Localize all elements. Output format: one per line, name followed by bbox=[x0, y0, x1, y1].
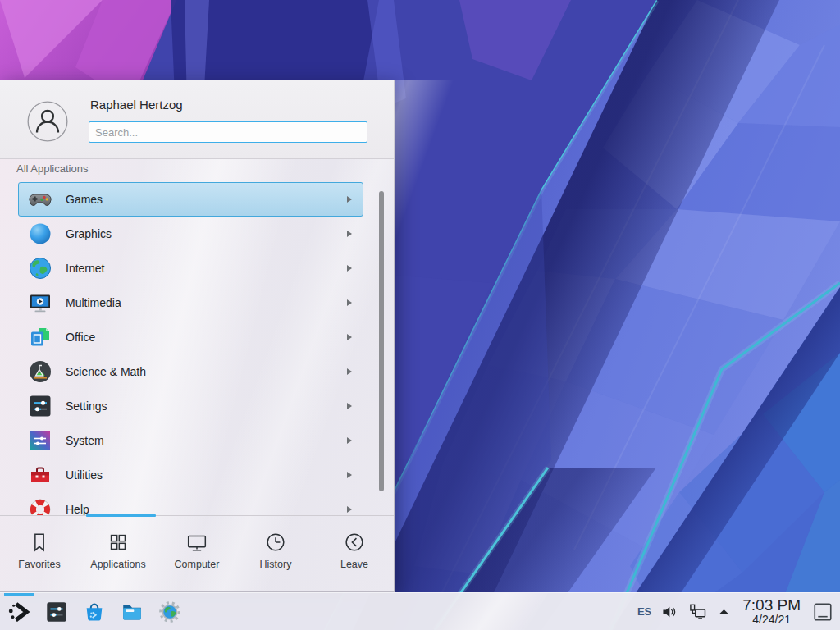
globe-gear-icon bbox=[158, 600, 182, 624]
tab-label: Leave bbox=[340, 559, 368, 570]
taskbar-panel: ES 7:03 bbox=[0, 592, 840, 630]
taskbar-app-discover[interactable] bbox=[81, 599, 107, 625]
tab-label: Favorites bbox=[18, 559, 60, 570]
category-label: Internet bbox=[66, 262, 346, 275]
tab-computer[interactable]: Computer bbox=[158, 530, 236, 593]
submenu-arrow-icon bbox=[346, 333, 354, 341]
submenu-arrow-icon bbox=[346, 402, 354, 410]
category-item-science-math[interactable]: Science & Math bbox=[18, 354, 363, 389]
app-grid-icon bbox=[106, 530, 130, 555]
submenu-arrow-icon bbox=[346, 368, 354, 376]
submenu-arrow-icon bbox=[346, 505, 354, 514]
bookmark-icon bbox=[27, 530, 52, 555]
application-launcher-popup: Raphael Hertzog All Applications GamesGr… bbox=[0, 80, 395, 592]
category-item-games[interactable]: Games bbox=[18, 182, 363, 217]
user-avatar-icon[interactable] bbox=[27, 101, 68, 142]
taskbar-app-system-settings[interactable] bbox=[43, 599, 70, 625]
category-label: Games bbox=[66, 193, 346, 206]
keyboard-layout-indicator[interactable]: ES bbox=[637, 605, 651, 618]
category-label: Settings bbox=[66, 399, 346, 413]
category-label: System bbox=[66, 434, 346, 447]
category-item-help[interactable]: Help bbox=[18, 492, 363, 515]
clock-time: 7:03 PM bbox=[742, 597, 801, 614]
network-wired-icon[interactable] bbox=[687, 601, 708, 622]
desktop: Raphael Hertzog All Applications GamesGr… bbox=[0, 0, 840, 630]
taskbar-app-application-launcher[interactable] bbox=[6, 599, 32, 625]
computer-icon bbox=[185, 530, 209, 555]
category-item-internet[interactable]: Internet bbox=[18, 251, 363, 285]
submenu-arrow-icon bbox=[346, 471, 354, 479]
tab-favorites[interactable]: Favorites bbox=[0, 530, 79, 593]
category-item-system[interactable]: System bbox=[18, 423, 363, 458]
settings-sliders-icon bbox=[44, 600, 69, 624]
monitor-play-icon bbox=[27, 290, 53, 316]
category-label: Utilities bbox=[66, 468, 346, 482]
submenu-arrow-icon bbox=[346, 436, 354, 445]
expand-tray-caret-icon[interactable] bbox=[717, 605, 731, 619]
category-item-office[interactable]: Office bbox=[18, 320, 363, 354]
toolbox-icon bbox=[27, 462, 53, 488]
category-label: Help bbox=[66, 503, 346, 515]
lifebuoy-icon bbox=[27, 496, 53, 515]
gamepad-icon bbox=[27, 186, 53, 212]
science-flask-icon bbox=[27, 358, 53, 385]
category-label: Multimedia bbox=[66, 296, 346, 309]
office-document-icon bbox=[27, 324, 53, 350]
category-item-settings[interactable]: Settings bbox=[18, 389, 363, 423]
globe-icon bbox=[27, 255, 53, 281]
system-tray: ES 7:03 bbox=[637, 597, 840, 627]
category-label: Graphics bbox=[66, 227, 346, 240]
blue-sphere-icon bbox=[27, 221, 53, 247]
category-item-graphics[interactable]: Graphics bbox=[18, 217, 363, 251]
taskbar-app-web-browser[interactable] bbox=[157, 599, 183, 625]
history-clock-icon bbox=[263, 530, 288, 555]
tab-label: History bbox=[260, 559, 292, 570]
settings-sliders-icon bbox=[27, 393, 53, 419]
submenu-arrow-icon bbox=[346, 230, 354, 238]
scrollbar[interactable] bbox=[379, 191, 384, 491]
submenu-arrow-icon bbox=[346, 299, 354, 307]
submenu-arrow-icon bbox=[346, 264, 354, 272]
category-list: GamesGraphicsInternetMultimediaOfficeSci… bbox=[0, 182, 394, 515]
digital-clock[interactable]: 7:03 PM 4/24/21 bbox=[742, 597, 801, 627]
user-name: Raphael Hertzog bbox=[90, 98, 183, 112]
category-label: Office bbox=[66, 331, 346, 344]
discover-bag-icon bbox=[82, 600, 107, 624]
kde-launcher-icon bbox=[7, 600, 31, 624]
taskbar-app-file-manager[interactable] bbox=[119, 599, 145, 625]
active-tab-indicator bbox=[86, 514, 156, 517]
submenu-arrow-icon bbox=[346, 195, 354, 203]
category-item-utilities[interactable]: Utilities bbox=[18, 458, 363, 492]
taskbar-apps bbox=[0, 593, 183, 630]
volume-icon[interactable] bbox=[660, 603, 678, 621]
tab-leave[interactable]: Leave bbox=[315, 530, 394, 593]
section-label: All Applications bbox=[16, 162, 88, 175]
leave-icon bbox=[342, 530, 367, 555]
category-label: Science & Math bbox=[66, 365, 346, 378]
folder-icon bbox=[120, 600, 144, 624]
launcher-tabbar: FavoritesApplicationsComputerHistoryLeav… bbox=[0, 515, 394, 593]
launcher-header: Raphael Hertzog bbox=[0, 80, 394, 159]
tab-applications[interactable]: Applications bbox=[79, 530, 158, 593]
show-desktop-button[interactable] bbox=[812, 601, 833, 623]
search-input[interactable] bbox=[89, 121, 368, 143]
tab-label: Applications bbox=[90, 559, 145, 570]
clock-date: 4/24/21 bbox=[742, 614, 801, 626]
system-monitor-icon bbox=[27, 427, 53, 454]
tab-history[interactable]: History bbox=[236, 530, 315, 593]
category-item-multimedia[interactable]: Multimedia bbox=[18, 285, 363, 320]
tab-label: Computer bbox=[175, 559, 220, 570]
